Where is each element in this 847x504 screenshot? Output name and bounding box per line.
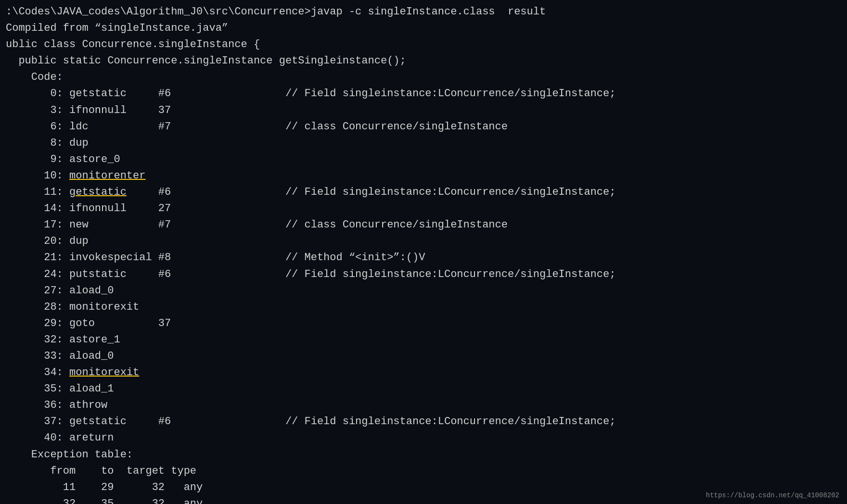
line-class: ublic class Concurrence.singleInstance {	[6, 37, 841, 53]
line-20: 20: dup	[6, 233, 841, 250]
line-35: 35: aload_1	[6, 381, 841, 397]
line-36: 36: athrow	[6, 397, 841, 414]
line-8: 8: dup	[6, 135, 841, 151]
line-40: 40: areturn	[6, 430, 841, 446]
line-37: 37: getstatic #6 // Field singleinstance…	[6, 414, 841, 430]
getstatic-11-underline: getstatic	[69, 186, 127, 198]
line-compiled: Compiled from “singleInstance.java”	[6, 20, 841, 37]
line-9: 9: astore_0	[6, 151, 841, 168]
line-17: 17: new #7 // class Concurrence/singleIn…	[6, 217, 841, 233]
line-34: 34: monitorexit	[6, 365, 841, 381]
line-21: 21: invokespecial #8 // Method “<init>”:…	[6, 250, 841, 266]
line-cmd: :\Codes\JAVA_codes\Algorithm_J0\src\Conc…	[6, 4, 841, 20]
line-11: 11: getstatic #6 // Field singleinstance…	[6, 184, 841, 201]
line-14: 14: ifnonnull 27	[6, 201, 841, 217]
line-3: 3: ifnonnull 37	[6, 102, 841, 119]
line-exc-header: Exception table:	[6, 447, 841, 463]
watermark: https://blog.csdn.net/qq_41008202	[706, 491, 839, 499]
line-27: 27: aload_0	[6, 283, 841, 299]
line-exc-cols: from to target type	[6, 463, 841, 479]
line-28: 28: monitorexit	[6, 299, 841, 315]
line-0: 0: getstatic #6 // Field singleinstance:…	[6, 86, 841, 102]
line-32: 32: astore_1	[6, 332, 841, 348]
line-6: 6: ldc #7 // class Concurrence/singleIns…	[6, 119, 841, 135]
line-29: 29: goto 37	[6, 315, 841, 332]
terminal-window: :\Codes\JAVA_codes\Algorithm_J0\src\Conc…	[0, 0, 847, 504]
line-24: 24: putstatic #6 // Field singleinstance…	[6, 266, 841, 283]
monitorexit-34-underline: monitorexit	[69, 366, 139, 378]
monitorenter-underline: monitorenter	[69, 170, 145, 182]
line-33: 33: aload_0	[6, 348, 841, 365]
line-code-header: Code:	[6, 69, 841, 86]
line-10: 10: monitorenter	[6, 168, 841, 184]
line-method: public static Concurrence.singleInstance…	[6, 53, 841, 69]
